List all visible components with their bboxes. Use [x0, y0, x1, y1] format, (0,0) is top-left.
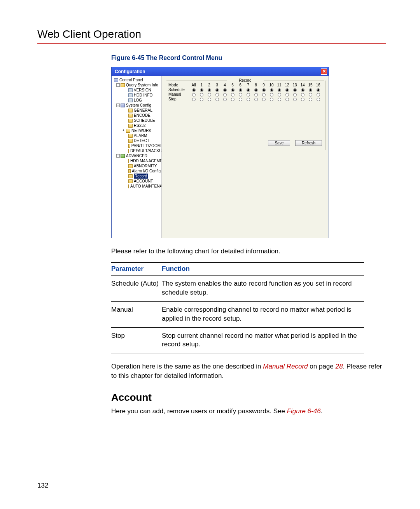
radio-ch10-manual[interactable]: [270, 93, 273, 97]
radio-ch13-manual[interactable]: [293, 93, 297, 97]
radio-ch2-stop[interactable]: [208, 98, 211, 101]
tree-item[interactable]: PAN/TILT/ZOOM: [112, 143, 161, 148]
folder-icon: [128, 134, 133, 138]
radio-ch11-manual[interactable]: [278, 93, 281, 97]
radio-ch12-schedule[interactable]: [285, 88, 289, 92]
expand-icon[interactable]: -: [116, 154, 120, 158]
radio-ch16-manual[interactable]: [317, 93, 320, 97]
radio-ch15-stop[interactable]: [309, 98, 312, 101]
tree-item[interactable]: VERSION: [112, 88, 161, 93]
radio-ch8-manual[interactable]: [254, 93, 258, 97]
radio-ch8-stop[interactable]: [254, 98, 258, 101]
radio-ch6-schedule[interactable]: [239, 88, 242, 92]
radio-ch4-stop[interactable]: [223, 98, 227, 101]
page-title: Web Client Operation: [37, 28, 386, 44]
nav-tree[interactable]: Control Panel-Query System InfoVERSIONHD…: [112, 76, 162, 238]
radio-ch11-stop[interactable]: [278, 98, 281, 101]
radio-ch11-schedule[interactable]: [278, 88, 281, 92]
folder-icon: [128, 109, 133, 112]
radio-ch8-schedule[interactable]: [254, 88, 258, 92]
folder-icon: [128, 98, 133, 102]
refresh-button[interactable]: Refresh: [295, 140, 322, 146]
radio-ch3-schedule[interactable]: [215, 88, 219, 92]
radio-ch7-stop[interactable]: [247, 98, 250, 101]
radio-ch9-stop[interactable]: [262, 98, 266, 101]
text: Here you can add, remove users or modify…: [111, 407, 287, 415]
xref-manual-record: Manual Record: [263, 363, 308, 370]
radio-ch12-stop[interactable]: [285, 98, 289, 101]
radio-ch15-schedule[interactable]: [309, 88, 312, 92]
radio-ch6-manual[interactable]: [239, 93, 242, 97]
tree-item[interactable]: ACCOUNT: [112, 179, 161, 184]
folder-icon: [126, 129, 130, 133]
radio-ch6-stop[interactable]: [239, 98, 242, 101]
tree-root-label[interactable]: Control Panel: [119, 77, 143, 82]
radio-ch13-stop[interactable]: [293, 98, 297, 101]
tree-item[interactable]: ABNORMITY: [112, 163, 161, 168]
table-header-function: Function: [162, 262, 364, 275]
radio-ch5-manual[interactable]: [231, 93, 234, 97]
radio-ch10-schedule[interactable]: [270, 88, 273, 92]
radio-ch1-manual[interactable]: [200, 93, 203, 97]
tree-item[interactable]: RS232: [112, 123, 161, 128]
radio-ch7-schedule[interactable]: [247, 88, 250, 92]
radio-ch2-schedule[interactable]: [208, 88, 211, 92]
radio-ch3-manual[interactable]: [215, 93, 219, 97]
tree-item[interactable]: -Query System Info: [112, 82, 161, 88]
tree-item[interactable]: Record: [112, 174, 161, 179]
expand-icon[interactable]: -: [116, 104, 120, 107]
channel-header: 6: [236, 83, 244, 87]
tree-item[interactable]: HDD INFO: [112, 93, 161, 98]
channel-header: 10: [268, 83, 275, 87]
tree-item[interactable]: Alarm I/O Config: [112, 168, 161, 174]
tree-item[interactable]: LOG: [112, 98, 161, 103]
radio-ch9-schedule[interactable]: [262, 88, 266, 92]
radio-ch4-manual[interactable]: [223, 93, 227, 97]
radio-ch1-schedule[interactable]: [200, 88, 203, 92]
folder-icon: [128, 139, 133, 143]
tree-item[interactable]: GENERAL: [112, 108, 161, 113]
radio-ch2-manual[interactable]: [208, 93, 211, 97]
radio-ch14-schedule[interactable]: [301, 88, 304, 92]
radio-ch12-manual[interactable]: [285, 93, 289, 97]
radio-all-stop[interactable]: [192, 98, 196, 101]
tree-item[interactable]: AUTO MAINTENANCE: [112, 184, 161, 189]
tree-item[interactable]: HDD MANAGEMENT: [112, 158, 161, 163]
radio-ch16-stop[interactable]: [317, 98, 320, 101]
tree-item[interactable]: +NETWORK: [112, 128, 161, 133]
expand-icon[interactable]: -: [116, 83, 120, 87]
radio-ch16-schedule[interactable]: [317, 88, 320, 92]
radio-ch5-schedule[interactable]: [231, 88, 234, 92]
radio-ch9-manual[interactable]: [262, 93, 266, 97]
tree-item[interactable]: ALARM: [112, 133, 161, 138]
tree-item[interactable]: ENCODE: [112, 113, 161, 118]
radio-ch13-schedule[interactable]: [293, 88, 297, 92]
radio-all-schedule[interactable]: [192, 88, 196, 92]
tree-item[interactable]: SCHEDULE: [112, 118, 161, 123]
radio-ch7-manual[interactable]: [247, 93, 250, 97]
radio-ch14-manual[interactable]: [301, 93, 304, 97]
table-header-parameter: Parameter: [111, 262, 162, 275]
radio-ch10-stop[interactable]: [270, 98, 273, 101]
table-row: StopStop current channel record no matte…: [111, 327, 364, 353]
close-icon[interactable]: ✕: [321, 68, 327, 75]
tree-item[interactable]: -System Config: [112, 103, 161, 108]
radio-ch3-stop[interactable]: [215, 98, 219, 101]
radio-ch4-schedule[interactable]: [223, 88, 227, 92]
param-cell: Manual: [111, 301, 162, 327]
tree-item[interactable]: DETECT: [112, 138, 161, 143]
radio-ch14-stop[interactable]: [301, 98, 304, 101]
radio-ch5-stop[interactable]: [231, 98, 234, 101]
folder-icon: [128, 179, 133, 183]
tree-item[interactable]: DEFAULT/BACKUP: [112, 148, 161, 153]
mode-label: Schedule: [168, 88, 190, 92]
function-cell: Stop current channel record no matter wh…: [162, 327, 364, 353]
expand-icon[interactable]: +: [122, 129, 125, 132]
radio-all-manual[interactable]: [192, 93, 196, 97]
folder-icon: [128, 174, 133, 178]
save-button[interactable]: Save: [268, 140, 290, 146]
radio-ch15-manual[interactable]: [309, 93, 312, 97]
folder-icon: [128, 159, 129, 163]
radio-ch1-stop[interactable]: [200, 98, 203, 101]
tree-item[interactable]: -ADVANCED: [112, 153, 161, 158]
